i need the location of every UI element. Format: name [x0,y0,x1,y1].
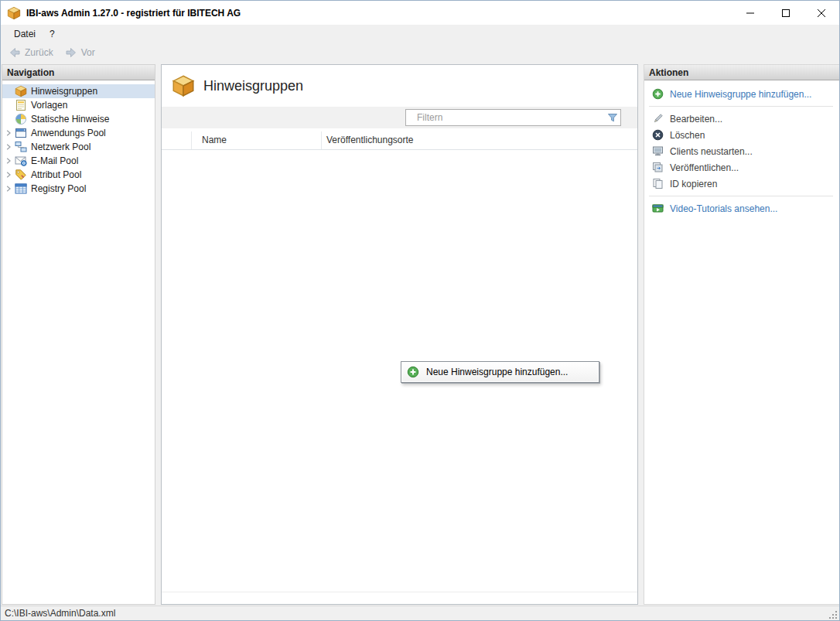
resize-grip[interactable] [828,609,838,620]
back-label: Zurück [25,47,53,58]
forward-arrow-icon [65,46,77,59]
table-header: Name Veröffentlichungsorte [162,131,637,150]
copy-id-icon [652,178,664,189]
action-label: Clients neustarten... [670,146,753,157]
nav-item-label: Attribut Pool [31,169,81,180]
chevron-right-icon[interactable] [2,130,15,136]
notice-groups-icon [15,85,27,97]
content-area: Navigation Hinweisgruppen [1,63,839,606]
menu-datei[interactable]: Datei [7,26,43,42]
action-label: ID kopieren [670,179,717,189]
restart-clients-icon [652,145,664,157]
nav-item-anwendungs-pool[interactable]: Anwendungs Pool [2,126,155,140]
action-publish[interactable]: Veröffentlichen... [644,159,839,176]
menu-bar: Datei ? [1,25,839,43]
add-icon [407,366,419,378]
action-restart-clients[interactable]: Clients neustarten... [644,143,839,159]
action-edit[interactable]: Bearbeiten... [644,111,839,127]
app-logo-icon [7,6,21,20]
filter-input[interactable] [405,109,621,126]
nav-item-label: Netzwerk Pool [31,142,90,152]
window-title: IBI-aws Admin 1.27.0 - registriert für I… [26,8,241,19]
nav-item-label: Hinweisgruppen [31,86,97,97]
status-bar: C:\IBI-aws\Admin\Data.xml [1,606,839,620]
actions-list: Neue Hinweisgruppe hinzufügen... Bearbei… [644,80,839,217]
action-label: Löschen [670,130,705,141]
actions-panel: Aktionen Neue Hinweisgruppe hinzufügen..… [644,64,839,605]
chevron-right-icon[interactable] [2,144,15,150]
title-bar: IBI-aws Admin 1.27.0 - registriert für I… [1,1,839,25]
actions-separator [649,196,833,196]
statusbar-data-path: C:\IBI-aws\Admin\Data.xml [5,608,115,619]
action-delete[interactable]: Löschen [644,127,839,143]
chevron-right-icon[interactable] [2,172,15,178]
filter-box [405,109,621,126]
close-button[interactable] [804,1,839,25]
back-arrow-icon [9,46,21,59]
nav-item-vorlagen[interactable]: Vorlagen [2,98,155,112]
window-controls [732,1,839,25]
attribute-pool-icon [15,169,27,181]
add-icon [652,88,664,100]
toolbar: Zurück Vor [1,43,839,63]
menu-help[interactable]: ? [43,26,62,42]
navigation-panel-header: Navigation [2,65,155,80]
action-label: Neue Hinweisgruppe hinzufügen... [670,89,811,100]
close-icon [818,9,825,17]
nav-item-netzwerk-pool[interactable]: Netzwerk Pool [2,140,155,154]
main-header: Hinweisgruppen [162,65,637,107]
action-new-notice-group[interactable]: Neue Hinweisgruppe hinzufügen... [644,86,839,102]
nav-item-hinweisgruppen[interactable]: Hinweisgruppen [2,84,155,98]
nav-item-attribut-pool[interactable]: Attribut Pool [2,168,155,182]
action-video-tutorials[interactable]: Video-Tutorials ansehen... [644,200,839,217]
minimize-icon [746,9,754,17]
forward-button[interactable]: Vor [62,45,102,60]
action-label: Bearbeiten... [670,114,722,125]
video-tutorials-icon [652,203,664,214]
navigation-list: Hinweisgruppen Vorlagen [2,80,155,196]
action-label: Veröffentlichen... [670,162,739,173]
column-header-spacer [162,131,192,149]
main-panel: Hinweisgruppen Name Veröffentlichungsort… [161,64,638,605]
filter-funnel-icon[interactable] [607,112,618,123]
network-pool-icon [15,141,27,153]
filter-row [162,107,637,128]
forward-label: Vor [81,47,95,58]
nav-item-label: Anwendungs Pool [31,128,106,138]
edit-icon [652,113,664,125]
column-header-name[interactable]: Name [192,131,322,149]
nav-item-label: E-Mail Pool [31,155,78,166]
maximize-button[interactable] [768,1,804,25]
nav-item-registry-pool[interactable]: Registry Pool [2,182,155,196]
new-notice-group-overlay-button[interactable]: Neue Hinweisgruppe hinzufügen... [401,361,599,383]
back-button[interactable]: Zurück [5,45,60,60]
publish-icon [652,162,664,173]
notice-groups-large-icon [172,74,195,97]
navigation-panel: Navigation Hinweisgruppen [2,64,155,605]
nav-item-label: Registry Pool [31,183,86,194]
actions-separator [649,106,833,107]
chevron-right-icon[interactable] [2,186,15,192]
application-pool-icon [15,127,27,139]
email-pool-icon [15,155,27,167]
delete-icon [652,129,664,141]
static-notices-icon [15,113,27,125]
maximize-icon [782,9,790,17]
app-window: IBI-aws Admin 1.27.0 - registriert für I… [0,0,840,621]
page-title: Hinweisgruppen [203,78,303,94]
new-notice-group-overlay-label: Neue Hinweisgruppe hinzufügen... [426,367,568,377]
action-label: Video-Tutorials ansehen... [670,203,777,214]
registry-pool-icon [15,183,27,195]
chevron-right-icon[interactable] [2,158,15,164]
column-header-veroeffentlichungsorte[interactable]: Veröffentlichungsorte [322,131,637,149]
nav-item-statische-hinweise[interactable]: Statische Hinweise [2,112,155,126]
nav-item-label: Statische Hinweise [31,114,109,125]
minimize-button[interactable] [732,1,768,25]
nav-item-label: Vorlagen [31,100,67,111]
actions-panel-header: Aktionen [644,65,839,80]
nav-item-email-pool[interactable]: E-Mail Pool [2,154,155,168]
templates-icon [15,99,27,111]
action-copy-id[interactable]: ID kopieren [644,176,839,192]
